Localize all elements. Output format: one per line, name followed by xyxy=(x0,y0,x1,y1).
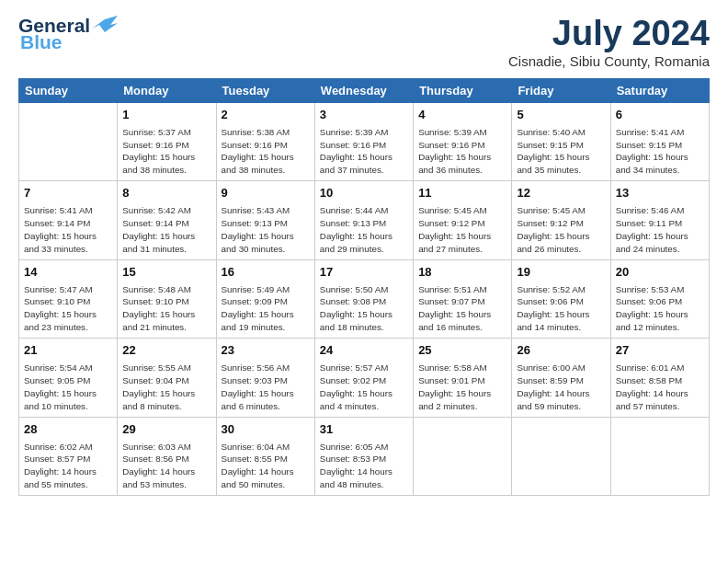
calendar-day-27: 27Sunrise: 6:01 AM Sunset: 8:58 PM Dayli… xyxy=(610,339,709,417)
day-number: 6 xyxy=(616,107,704,124)
day-info: Sunrise: 5:55 AM Sunset: 9:04 PM Dayligh… xyxy=(122,362,210,413)
calendar-day-3: 3Sunrise: 5:39 AM Sunset: 9:16 PM Daylig… xyxy=(314,102,413,180)
day-info: Sunrise: 5:44 AM Sunset: 9:13 PM Dayligh… xyxy=(320,204,408,256)
day-number: 26 xyxy=(517,342,605,360)
day-number: 25 xyxy=(418,342,506,360)
day-number: 27 xyxy=(616,342,704,360)
day-info: Sunrise: 5:54 AM Sunset: 9:05 PM Dayligh… xyxy=(24,362,112,413)
day-info: Sunrise: 5:37 AM Sunset: 9:16 PM Dayligh… xyxy=(122,126,210,178)
calendar-day-20: 20Sunrise: 5:53 AM Sunset: 9:06 PM Dayli… xyxy=(610,259,709,338)
day-number: 17 xyxy=(320,264,408,282)
calendar-day-1: 1Sunrise: 5:37 AM Sunset: 9:16 PM Daylig… xyxy=(118,102,216,180)
calendar-day-21: 21Sunrise: 5:54 AM Sunset: 9:05 PM Dayli… xyxy=(19,339,118,417)
day-number: 29 xyxy=(122,421,210,439)
calendar-day-empty xyxy=(610,417,709,495)
day-info: Sunrise: 5:39 AM Sunset: 9:16 PM Dayligh… xyxy=(320,126,408,178)
day-number: 21 xyxy=(24,342,112,360)
day-info: Sunrise: 5:45 AM Sunset: 9:12 PM Dayligh… xyxy=(517,204,605,256)
calendar-day-23: 23Sunrise: 5:56 AM Sunset: 9:03 PM Dayli… xyxy=(216,339,314,417)
month-title: July 2024 xyxy=(508,15,710,53)
day-number: 3 xyxy=(320,107,408,124)
day-number: 22 xyxy=(122,342,210,360)
calendar-day-empty xyxy=(512,417,610,495)
calendar-day-empty xyxy=(19,102,118,180)
day-number: 14 xyxy=(24,264,112,282)
day-info: Sunrise: 6:00 AM Sunset: 8:59 PM Dayligh… xyxy=(517,362,605,413)
day-info: Sunrise: 5:58 AM Sunset: 9:01 PM Dayligh… xyxy=(418,362,506,413)
calendar-header-row: SundayMondayTuesdayWednesdayThursdayFrid… xyxy=(19,78,710,102)
day-info: Sunrise: 6:01 AM Sunset: 8:58 PM Dayligh… xyxy=(616,362,704,413)
day-info: Sunrise: 5:47 AM Sunset: 9:10 PM Dayligh… xyxy=(24,283,112,335)
day-info: Sunrise: 5:45 AM Sunset: 9:12 PM Dayligh… xyxy=(418,204,506,256)
logo: General Blue xyxy=(18,15,118,53)
weekday-header-monday: Monday xyxy=(118,78,216,102)
calendar-day-17: 17Sunrise: 5:50 AM Sunset: 9:08 PM Dayli… xyxy=(314,259,413,338)
calendar-day-6: 6Sunrise: 5:41 AM Sunset: 9:15 PM Daylig… xyxy=(610,102,709,180)
day-info: Sunrise: 5:46 AM Sunset: 9:11 PM Dayligh… xyxy=(616,204,704,256)
calendar-week-row: 21Sunrise: 5:54 AM Sunset: 9:05 PM Dayli… xyxy=(19,339,710,417)
day-info: Sunrise: 5:51 AM Sunset: 9:07 PM Dayligh… xyxy=(418,283,506,335)
calendar-day-15: 15Sunrise: 5:48 AM Sunset: 9:10 PM Dayli… xyxy=(118,259,216,338)
day-number: 12 xyxy=(517,185,605,202)
calendar-week-row: 7Sunrise: 5:41 AM Sunset: 9:14 PM Daylig… xyxy=(19,181,710,259)
day-info: Sunrise: 5:43 AM Sunset: 9:13 PM Dayligh… xyxy=(222,204,310,256)
calendar-day-31: 31Sunrise: 6:05 AM Sunset: 8:53 PM Dayli… xyxy=(314,417,413,495)
calendar-table: SundayMondayTuesdayWednesdayThursdayFrid… xyxy=(18,78,710,496)
calendar-day-4: 4Sunrise: 5:39 AM Sunset: 9:16 PM Daylig… xyxy=(414,102,512,180)
weekday-header-wednesday: Wednesday xyxy=(314,78,413,102)
day-info: Sunrise: 5:41 AM Sunset: 9:15 PM Dayligh… xyxy=(616,126,704,178)
day-info: Sunrise: 5:40 AM Sunset: 9:15 PM Dayligh… xyxy=(517,126,605,178)
day-number: 4 xyxy=(418,107,506,124)
calendar-day-16: 16Sunrise: 5:49 AM Sunset: 9:09 PM Dayli… xyxy=(216,259,314,338)
header: General Blue July 2024 Cisnadie, Sibiu C… xyxy=(18,15,710,69)
calendar-day-12: 12Sunrise: 5:45 AM Sunset: 9:12 PM Dayli… xyxy=(512,181,610,259)
page: General Blue July 2024 Cisnadie, Sibiu C… xyxy=(0,0,728,563)
day-number: 2 xyxy=(222,107,310,124)
calendar-week-row: 28Sunrise: 6:02 AM Sunset: 8:57 PM Dayli… xyxy=(19,417,710,495)
calendar-day-2: 2Sunrise: 5:38 AM Sunset: 9:16 PM Daylig… xyxy=(216,102,314,180)
day-number: 7 xyxy=(24,185,112,202)
day-number: 18 xyxy=(418,264,506,282)
calendar-day-26: 26Sunrise: 6:00 AM Sunset: 8:59 PM Dayli… xyxy=(512,339,610,417)
day-info: Sunrise: 5:41 AM Sunset: 9:14 PM Dayligh… xyxy=(24,204,112,256)
day-number: 31 xyxy=(320,421,408,439)
calendar-day-29: 29Sunrise: 6:03 AM Sunset: 8:56 PM Dayli… xyxy=(118,417,216,495)
logo-bird-icon xyxy=(92,16,118,36)
calendar-week-row: 1Sunrise: 5:37 AM Sunset: 9:16 PM Daylig… xyxy=(19,102,710,180)
weekday-header-friday: Friday xyxy=(512,78,610,102)
calendar-day-22: 22Sunrise: 5:55 AM Sunset: 9:04 PM Dayli… xyxy=(118,339,216,417)
day-number: 15 xyxy=(122,264,210,282)
day-number: 11 xyxy=(418,185,506,202)
day-info: Sunrise: 5:49 AM Sunset: 9:09 PM Dayligh… xyxy=(222,283,310,335)
day-number: 9 xyxy=(222,185,310,202)
svg-marker-0 xyxy=(92,16,118,32)
day-number: 23 xyxy=(222,342,310,360)
weekday-header-saturday: Saturday xyxy=(610,78,709,102)
weekday-header-sunday: Sunday xyxy=(19,78,118,102)
day-info: Sunrise: 5:57 AM Sunset: 9:02 PM Dayligh… xyxy=(320,362,408,413)
location: Cisnadie, Sibiu County, Romania xyxy=(508,53,710,69)
day-info: Sunrise: 6:05 AM Sunset: 8:53 PM Dayligh… xyxy=(320,441,408,492)
day-number: 28 xyxy=(24,421,112,439)
day-info: Sunrise: 5:52 AM Sunset: 9:06 PM Dayligh… xyxy=(517,283,605,335)
calendar-day-9: 9Sunrise: 5:43 AM Sunset: 9:13 PM Daylig… xyxy=(216,181,314,259)
calendar-day-28: 28Sunrise: 6:02 AM Sunset: 8:57 PM Dayli… xyxy=(19,417,118,495)
logo-blue: Blue xyxy=(20,31,63,53)
day-info: Sunrise: 5:53 AM Sunset: 9:06 PM Dayligh… xyxy=(616,283,704,335)
calendar-day-10: 10Sunrise: 5:44 AM Sunset: 9:13 PM Dayli… xyxy=(314,181,413,259)
day-number: 19 xyxy=(517,264,605,282)
calendar-day-empty xyxy=(414,417,512,495)
day-info: Sunrise: 5:48 AM Sunset: 9:10 PM Dayligh… xyxy=(122,283,210,335)
day-number: 20 xyxy=(616,264,704,282)
title-block: July 2024 Cisnadie, Sibiu County, Romani… xyxy=(508,15,710,69)
day-info: Sunrise: 6:04 AM Sunset: 8:55 PM Dayligh… xyxy=(222,441,310,492)
day-number: 1 xyxy=(122,107,210,124)
calendar-day-25: 25Sunrise: 5:58 AM Sunset: 9:01 PM Dayli… xyxy=(414,339,512,417)
day-info: Sunrise: 5:50 AM Sunset: 9:08 PM Dayligh… xyxy=(320,283,408,335)
calendar-day-14: 14Sunrise: 5:47 AM Sunset: 9:10 PM Dayli… xyxy=(19,259,118,338)
calendar-day-11: 11Sunrise: 5:45 AM Sunset: 9:12 PM Dayli… xyxy=(414,181,512,259)
weekday-header-tuesday: Tuesday xyxy=(216,78,314,102)
day-number: 16 xyxy=(222,264,310,282)
day-info: Sunrise: 6:02 AM Sunset: 8:57 PM Dayligh… xyxy=(24,441,112,492)
day-info: Sunrise: 6:03 AM Sunset: 8:56 PM Dayligh… xyxy=(122,441,210,492)
